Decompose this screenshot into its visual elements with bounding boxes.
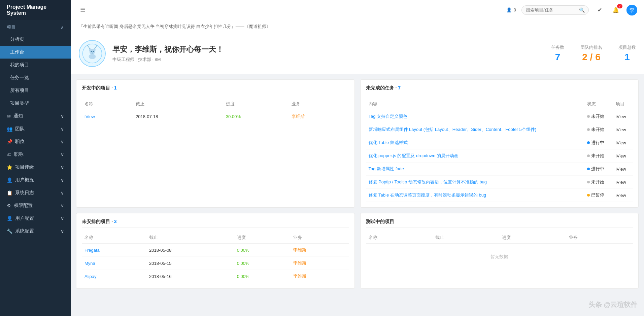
status-dot xyxy=(587,154,590,157)
user-count-info: 👤 0 xyxy=(506,7,516,12)
assignee-link[interactable]: 李维斯 xyxy=(293,247,306,252)
chevron-down-icon: ∨ xyxy=(61,177,64,183)
status-dot xyxy=(587,194,590,197)
notification-badge: 7 xyxy=(617,4,622,8)
project-link[interactable]: Alipay xyxy=(84,274,96,279)
sidebar-group-user-overview[interactable]: 👤 用户概况 ∨ xyxy=(0,174,71,186)
sidebar-group-system-log[interactable]: 📋 系统日志 ∨ xyxy=(0,186,71,199)
search-input[interactable] xyxy=(526,7,576,12)
table-row: Myna 2018-05-15 0.00% 李维斯 xyxy=(82,257,349,270)
svg-point-3 xyxy=(89,54,96,59)
testing-projects-card: 测试中的项目 名称 截止 进度 业务 暂无数据 xyxy=(360,213,639,289)
in-progress-projects-card: 开发中的项目 · 1 名称 截止 进度 业务 iView 2018-07-18 … xyxy=(76,79,355,208)
assignee-link[interactable]: 李维斯 xyxy=(292,114,305,119)
check-icon-button[interactable]: ✔ xyxy=(594,5,605,15)
chevron-down-icon: ∨ xyxy=(61,190,64,196)
dashboard-grid: 开发中的项目 · 1 名称 截止 进度 业务 iView 2018-07-18 … xyxy=(71,74,644,294)
topbar: ☰ 👤 0 🔍 ✔ 🔔 7 李 xyxy=(71,0,644,20)
svg-point-14 xyxy=(93,51,94,52)
assignee-link[interactable]: 李维斯 xyxy=(293,274,306,279)
table-row: Fregata 2018-05-08 0.00% 李维斯 xyxy=(82,244,349,257)
sidebar-item-workbench[interactable]: 工作台 xyxy=(0,46,71,59)
user-avatar[interactable]: 李 xyxy=(626,5,637,15)
task-link[interactable]: Tag 支持自定义颜色 xyxy=(369,114,408,119)
incomplete-tasks-title: 未完成的任务 · 7 xyxy=(366,85,633,94)
project-section-header[interactable]: 项目 ∧ xyxy=(0,20,71,33)
unscheduled-projects-title: 未安排的项目 · 3 xyxy=(82,219,349,228)
task-link[interactable]: 修复 Table 在动态调整页面搜度，有时滚动条显示错误的 bug xyxy=(369,192,486,198)
incomplete-tasks-card: 未完成的任务 · 7 内容 状态 项目 Tag 支持自定义颜色 未开始 iVie… xyxy=(360,79,639,208)
team-icon: 👥 xyxy=(7,126,12,132)
sidebar-group-position[interactable]: 📌 职位 ∨ xyxy=(0,135,71,148)
incomplete-tasks-table: 内容 状态 项目 Tag 支持自定义颜色 未开始 iView 新增响应式布局组件… xyxy=(366,98,633,202)
status-dot xyxy=(587,168,590,170)
content-area: 『生前风采有谁听闻 身后恶名竟无人争 当初穿林摘叶见识得 白衣少年担性几分』——… xyxy=(71,20,644,316)
welcome-stats: 任务数 7 团队内排名 2 / 6 项目总数 1 xyxy=(551,44,636,63)
chevron-down-icon: ∨ xyxy=(61,152,64,157)
sidebar-group-team[interactable]: 👥 团队 ∨ xyxy=(0,122,71,135)
sidebar-item-my-projects[interactable]: 我的项目 xyxy=(0,59,71,71)
no-data-cell: 暂无数据 xyxy=(366,244,633,270)
sidebar-group-notification[interactable]: ✉ 通知 ∨ xyxy=(0,110,71,122)
welcome-avatar xyxy=(79,40,106,67)
user-config-icon: 👤 xyxy=(7,216,12,221)
in-progress-projects-table: 名称 截止 进度 业务 iView 2018-07-18 30.00% 李维斯 xyxy=(82,98,349,123)
project-total-stat: 项目总数 1 xyxy=(618,44,636,63)
chevron-down-icon: ∨ xyxy=(61,229,64,234)
table-row: 优化 Table 筛选样式 进行中 iView xyxy=(366,136,633,149)
system-log-icon: 📋 xyxy=(7,190,12,196)
sidebar-group-title[interactable]: 🏷 职称 ∨ xyxy=(0,148,71,161)
project-link[interactable]: iView xyxy=(84,114,95,119)
welcome-text: 早安，李维斯，祝你开心每一天！ 中级工程师 | 技术部 · 8M xyxy=(112,44,224,63)
main-area: ☰ 👤 0 🔍 ✔ 🔔 7 李 『生前风采有谁听闻 身后恶名竟无人争 当初 xyxy=(71,0,644,316)
sidebar-item-task-list[interactable]: 任务一览 xyxy=(0,71,71,84)
sidebar-group-user-config[interactable]: 👤 用户配置 ∨ xyxy=(0,212,71,225)
status-dot xyxy=(587,141,590,144)
sidebar-item-all-projects[interactable]: 所有项目 xyxy=(0,84,71,97)
status-dot xyxy=(587,115,590,118)
sidebar-group-system-config[interactable]: 🔧 系统配置 ∨ xyxy=(0,225,71,238)
testing-projects-table: 名称 截止 进度 业务 暂无数据 xyxy=(366,232,633,270)
title-icon: 🏷 xyxy=(7,152,11,157)
table-row: Alipay 2018-05-16 0.00% 李维斯 xyxy=(82,270,349,283)
task-link[interactable]: Tag 新增属性 fade xyxy=(369,166,404,171)
welcome-section: 早安，李维斯，祝你开心每一天！ 中级工程师 | 技术部 · 8M 任务数 7 团… xyxy=(71,33,644,74)
project-link[interactable]: Myna xyxy=(84,261,95,266)
table-row: 新增响应式布局组件 Layout (包括 Layout、Header、Sider… xyxy=(366,123,633,136)
testing-projects-title: 测试中的项目 xyxy=(366,219,633,228)
task-link[interactable]: 优化 popper.js 的配置及 dropdown 的展开动画 xyxy=(369,153,459,158)
project-link[interactable]: Fregata xyxy=(84,248,100,253)
table-row: iView 2018-07-18 30.00% 李维斯 xyxy=(82,110,349,123)
task-count-stat: 任务数 7 xyxy=(551,44,564,63)
table-row: 优化 popper.js 的配置及 dropdown 的展开动画 未开始 iVi… xyxy=(366,149,633,163)
task-link[interactable]: 新增响应式布局组件 Layout (包括 Layout、Header、Sider… xyxy=(369,127,537,132)
table-row: 修复 Poptip / Tooltip 动态修改内容后，位置计算不准确的 bug… xyxy=(366,176,633,189)
assignee-link[interactable]: 李维斯 xyxy=(293,260,306,266)
table-row: 暂无数据 xyxy=(366,244,633,270)
in-progress-projects-title: 开发中的项目 · 1 xyxy=(82,85,349,94)
status-dot xyxy=(587,128,590,131)
task-link[interactable]: 优化 Table 筛选样式 xyxy=(369,140,408,145)
notification-button[interactable]: 🔔 7 xyxy=(610,5,621,15)
sidebar-group-permission[interactable]: ⚙ 权限配置 ∨ xyxy=(0,199,71,212)
check-icon: ✔ xyxy=(598,7,602,13)
task-link[interactable]: 修复 Poptip / Tooltip 动态修改内容后，位置计算不准确的 bug xyxy=(369,179,487,184)
greeting-heading: 早安，李维斯，祝你开心每一天！ xyxy=(112,44,224,55)
user-overview-icon: 👤 xyxy=(7,177,12,183)
chevron-down-icon: ∨ xyxy=(61,165,64,170)
sidebar-group-project-level[interactable]: ⭐ 项目评级 ∨ xyxy=(0,161,71,174)
sidebar-item-analysis[interactable]: 分析页 xyxy=(0,33,71,46)
table-row: Tag 支持自定义颜色 未开始 iView xyxy=(366,110,633,123)
deer-icon xyxy=(82,43,102,64)
chevron-down-icon: ∨ xyxy=(61,216,64,221)
table-row: 修复 Table 在动态调整页面搜度，有时滚动条显示错误的 bug 已暂停 iV… xyxy=(366,189,633,202)
chevron-down-icon: ∨ xyxy=(61,139,64,144)
notification-icon: ✉ xyxy=(7,113,11,119)
quote-bar: 『生前风采有谁听闻 身后恶名竟无人争 当初穿林摘叶见识得 白衣少年担性几分』——… xyxy=(71,20,644,33)
table-row: Tag 新增属性 fade 进行中 iView xyxy=(366,163,633,176)
menu-toggle-button[interactable]: ☰ xyxy=(77,5,88,15)
user-icon: 👤 xyxy=(506,7,512,12)
svg-point-13 xyxy=(91,51,92,52)
search-box[interactable]: 🔍 xyxy=(521,5,589,15)
sidebar-item-project-type[interactable]: 项目类型 xyxy=(0,97,71,110)
